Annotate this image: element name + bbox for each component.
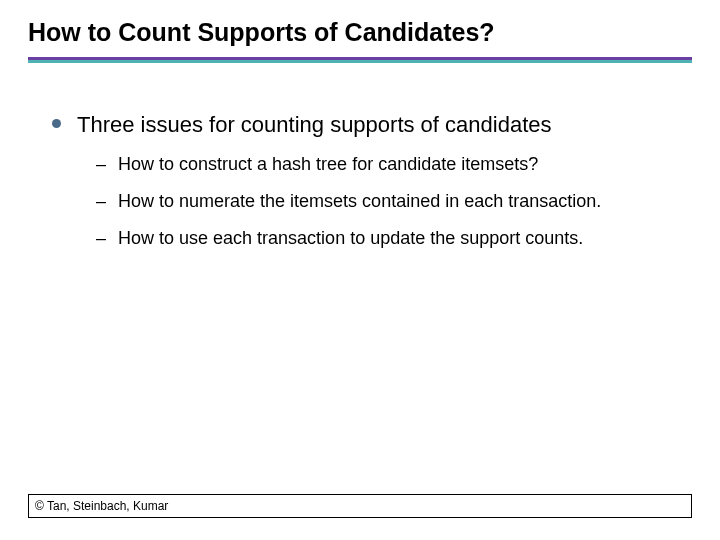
- slide-title: How to Count Supports of Candidates?: [28, 18, 692, 57]
- bullet-text: Three issues for counting supports of ca…: [77, 111, 552, 139]
- dash-icon: –: [96, 153, 106, 176]
- dash-icon: –: [96, 227, 106, 250]
- footer-credit: © Tan, Steinbach, Kumar: [28, 494, 692, 518]
- dot-icon: [52, 119, 61, 128]
- subbullet-text: How to construct a hash tree for candida…: [118, 153, 538, 176]
- bullet-level2: – How to construct a hash tree for candi…: [96, 153, 684, 176]
- bullet-level2: – How to use each transaction to update …: [96, 227, 684, 250]
- bullet-level2: – How to numerate the itemsets contained…: [96, 190, 684, 213]
- subbullet-text: How to numerate the itemsets contained i…: [118, 190, 601, 213]
- subbullet-text: How to use each transaction to update th…: [118, 227, 583, 250]
- dash-icon: –: [96, 190, 106, 213]
- slide: How to Count Supports of Candidates? Thr…: [0, 0, 720, 540]
- bullet-level1: Three issues for counting supports of ca…: [52, 111, 684, 139]
- slide-content: Three issues for counting supports of ca…: [28, 63, 692, 251]
